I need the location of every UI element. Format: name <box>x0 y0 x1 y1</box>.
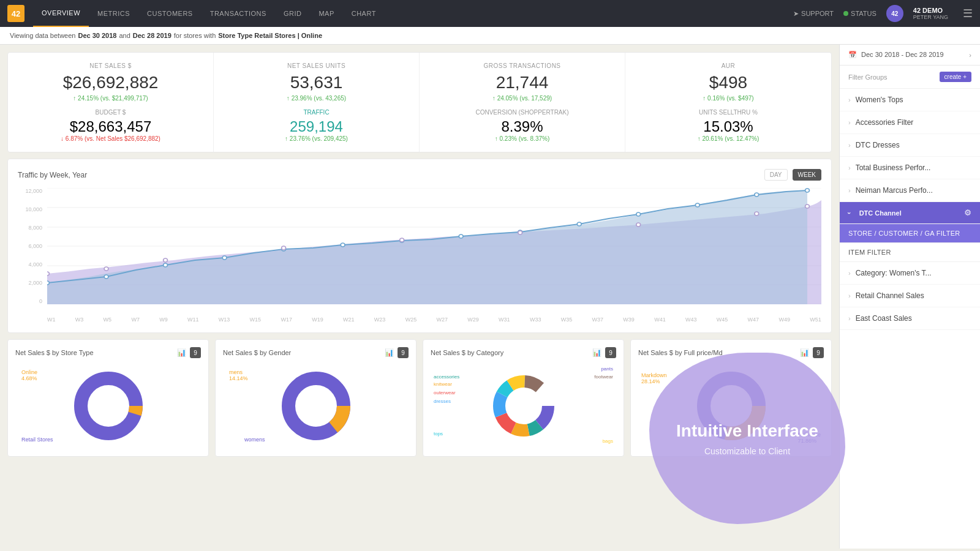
mini-chart-fullprice: Net Sales $ by Full price/Md 📊 9 Markdow <box>630 339 832 457</box>
mini-chart-title-store-type: Net Sales $ by Store Type <box>15 349 94 356</box>
chevron-icon-7: › <box>848 292 851 299</box>
main-layout: NET SALES $ $26,692,882 ↑ 24.15% (vs. $2… <box>0 45 980 549</box>
sidebar-item-category-womens[interactable]: › Category: Women's T... <box>840 262 980 285</box>
chart-expand-icon-3[interactable]: 📊 <box>592 348 601 357</box>
chevron-icon-4: › <box>848 164 851 171</box>
svg-point-14 <box>459 234 463 238</box>
kpi-net-sales-units: NET SALES UNITS 53,631 ↑ 23.96% (vs. 43,… <box>214 53 420 152</box>
chart-title: Traffic by Week, Year <box>18 171 87 179</box>
sidebar-filter-header: Filter Groups create + <box>840 66 980 89</box>
sidebar-item-east-coast-sales[interactable]: › East Coast Sales <box>840 307 980 330</box>
svg-point-21 <box>47 272 49 276</box>
top-nav: 42 OVERVIEW METRICS CUSTOMERS TRANSACTIO… <box>0 0 980 27</box>
svg-point-10 <box>222 256 227 260</box>
status-dot <box>843 11 848 16</box>
svg-point-26 <box>518 231 522 234</box>
kpi-gross-transactions: GROSS TRANSACTIONS 21,744 ↑ 24.05% (vs. … <box>420 53 625 152</box>
nav-item-map[interactable]: MAP <box>310 0 342 27</box>
mini-chart-title-category: Net Sales $ by Category <box>431 349 503 356</box>
kpi-net-sales: NET SALES $ $26,692,882 ↑ 24.15% (vs. $2… <box>8 53 214 152</box>
sidebar-sub-item-filter[interactable]: ITEM FILTER <box>840 243 980 262</box>
nav-logo: 42 <box>7 5 24 22</box>
sidebar-item-dtc-channel[interactable]: › DTC Channel ⚙ <box>840 202 980 224</box>
svg-point-20 <box>805 189 810 192</box>
kpi-aur: AUR $498 ↑ 0.16% (vs. $497) UNITS SELLTH… <box>625 53 831 152</box>
gear-icon[interactable]: ⚙ <box>964 208 971 217</box>
status-indicator: STATUS <box>843 10 876 17</box>
chevron-icon-active: › <box>846 212 853 214</box>
chevron-icon-8: › <box>848 315 851 322</box>
svg-point-35 <box>298 388 334 424</box>
chevron-icon-6: › <box>848 269 851 277</box>
calendar-icon: 📅 <box>848 51 857 58</box>
svg-point-12 <box>341 243 345 247</box>
mini-chart-title-fullprice: Net Sales $ by Full price/Md <box>638 349 723 356</box>
main-wrapper: NET SALES $ $26,692,882 ↑ 24.15% (vs. $2… <box>0 45 980 549</box>
nav-item-chart[interactable]: CHART <box>343 0 385 27</box>
chevron-icon-2: › <box>848 119 851 126</box>
svg-point-29 <box>805 204 810 208</box>
chart-expand-icon-2[interactable]: 📊 <box>385 348 394 357</box>
donut-category: pants accessories knitwear outerwear dre… <box>431 363 616 449</box>
chart-svg <box>47 188 821 304</box>
sidebar-item-womens-tops[interactable]: › Women's Tops <box>840 89 980 111</box>
date-arrow[interactable]: › <box>969 51 971 59</box>
nav-right: ➤ SUPPORT STATUS 42 42 DEMO PETER YANG ☰ <box>793 5 973 22</box>
chart-badge: 9 <box>190 347 201 358</box>
chart-x-labels: W1 W3 W5 W7 W9 W11 W13 W15 W17 W19 W21 W… <box>47 317 821 323</box>
chart-header: Traffic by Week, Year DAY WEEK <box>18 169 821 181</box>
support-icon: ➤ <box>793 10 799 18</box>
filter-groups-label: Filter Groups <box>848 73 888 81</box>
chart-expand-icon[interactable]: 📊 <box>177 348 186 357</box>
avatar: 42 <box>886 5 903 22</box>
week-button[interactable]: WEEK <box>793 169 821 181</box>
nav-item-metrics[interactable]: METRICS <box>89 0 138 27</box>
svg-point-22 <box>104 267 108 271</box>
kpi-row: NET SALES $ $26,692,882 ↑ 24.15% (vs. $2… <box>7 52 832 152</box>
sidebar: 📅 Dec 30 2018 - Dec 28 2019 › Filter Gro… <box>839 45 980 549</box>
nav-items: OVERVIEW METRICS CUSTOMERS TRANSACTIONS … <box>33 0 793 27</box>
nav-item-customers[interactable]: CUSTOMERS <box>138 0 202 27</box>
bottom-charts-row: Net Sales $ by Store Type 📊 9 Online4.68 <box>7 339 832 457</box>
svg-point-47 <box>713 388 750 424</box>
svg-point-19 <box>755 193 759 197</box>
hamburger-icon[interactable]: ☰ <box>963 7 973 20</box>
svg-point-18 <box>695 203 699 207</box>
sidebar-item-dtc-dresses[interactable]: › DTC Dresses <box>840 134 980 157</box>
mini-chart-gender: Net Sales $ by Gender 📊 9 mens14.14% <box>215 339 417 457</box>
sidebar-item-retail-channel[interactable]: › Retail Channel Sales <box>840 285 980 307</box>
sidebar-date-range: Dec 30 2018 - Dec 28 2019 <box>861 51 944 58</box>
donut-fullprice: Markdown28.14% Full Price71.86% <box>638 363 824 449</box>
nav-item-grid[interactable]: GRID <box>275 0 311 27</box>
sidebar-item-total-business[interactable]: › Total Business Perfor... <box>840 157 980 179</box>
date-to: Dec 28 2019 <box>133 32 172 39</box>
store-filter: Store Type Retail Stores | Online <box>218 32 322 39</box>
nav-item-transactions[interactable]: TRANSACTIONS <box>202 0 275 27</box>
svg-point-25 <box>400 238 404 242</box>
chevron-icon-5: › <box>848 187 851 194</box>
sidebar-item-accessories-filter[interactable]: › Accessories Filter <box>840 111 980 134</box>
mini-chart-store-type: Net Sales $ by Store Type 📊 9 Online4.68 <box>7 339 209 457</box>
chart-badge-2: 9 <box>398 347 409 358</box>
chart-expand-icon-4[interactable]: 📊 <box>800 348 809 357</box>
chart-controls: DAY WEEK <box>764 169 821 181</box>
donut-store-type: Online4.68% Retail Stores <box>15 363 201 449</box>
svg-point-24 <box>282 246 286 250</box>
sidebar-sub-store-filter[interactable]: STORE / CUSTOMER / GA FILTER <box>840 224 980 243</box>
support-button[interactable]: ➤ SUPPORT <box>793 10 834 18</box>
create-filter-button[interactable]: create + <box>940 72 971 82</box>
content-area: NET SALES $ $26,692,882 ↑ 24.15% (vs. $2… <box>0 45 839 549</box>
nav-item-overview[interactable]: OVERVIEW <box>33 0 89 27</box>
svg-point-27 <box>636 223 641 227</box>
svg-point-8 <box>104 275 108 279</box>
sidebar-item-neiman-marcus[interactable]: › Neiman Marcus Perfo... <box>840 179 980 202</box>
svg-point-9 <box>164 263 168 267</box>
mini-chart-title-gender: Net Sales $ by Gender <box>223 349 291 356</box>
svg-point-23 <box>164 258 168 262</box>
chevron-icon: › <box>848 96 851 103</box>
svg-point-28 <box>755 212 759 216</box>
svg-point-32 <box>90 388 127 424</box>
chart-badge-3: 9 <box>605 347 616 358</box>
day-button[interactable]: DAY <box>764 169 788 181</box>
chart-y-labels: 12,000 10,000 8,000 6,000 4,000 2,000 0 <box>18 188 42 304</box>
